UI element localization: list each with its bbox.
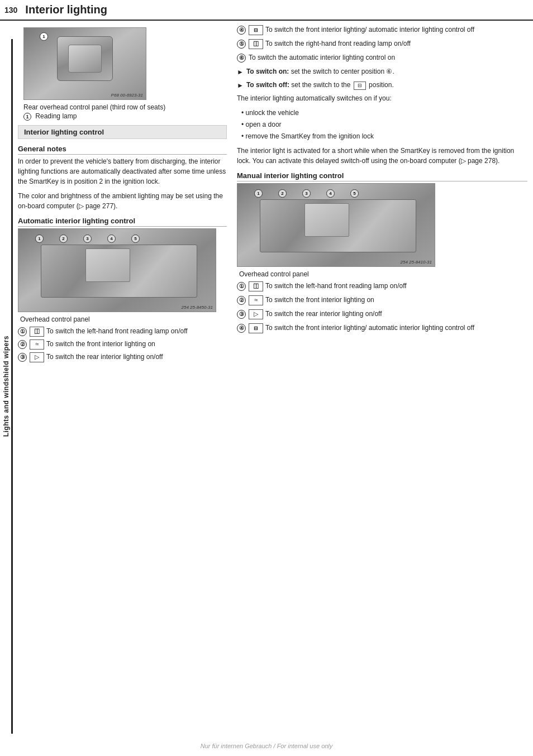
auto-list-item-1: ① ⿰ To switch the left-hand front readin… — [18, 327, 227, 337]
right-item-6: ⑥ To switch the automatic interior light… — [237, 53, 527, 63]
img-badge-3: 3 — [83, 235, 92, 243]
right-column: ④ ⊟ To switch the front interior lightin… — [232, 25, 533, 365]
manual-item-4: ④ ⊟ To switch the front interior lightin… — [237, 323, 527, 333]
bullet-list: unlock the vehicle open a door remove th… — [241, 108, 527, 141]
auto-list-item-3: ③ ▷ To switch the rear interior lighting… — [18, 352, 227, 362]
top-image-caption: Rear overhead control panel (third row o… — [23, 103, 227, 121]
right-num-4: ④ — [237, 26, 246, 35]
sidebar-label-text: Lights and windshield wipers — [2, 336, 10, 437]
list-num-3: ③ — [18, 353, 27, 362]
manual-badge-5: 5 — [350, 189, 359, 198]
bullet-3: remove the SmartKey from the ignition lo… — [241, 131, 527, 141]
page-number: 130 — [4, 6, 17, 15]
arrow-sym-on: ► — [237, 67, 244, 77]
auto-image-caption: Overhead control panel — [20, 315, 227, 323]
left-column: 1 Rear overhead control panel (third row… — [15, 25, 232, 365]
manual-interior-icon-2: ≈ — [249, 295, 263, 305]
right-item-4: ④ ⊟ To switch the front interior lightin… — [237, 25, 527, 35]
bullet-1: unlock the vehicle — [241, 108, 527, 118]
watermark: Nur für internen Gebrauch / For internal… — [0, 743, 533, 749]
right-item-5: ⑤ ⿰ To switch the right-hand front readi… — [237, 39, 527, 49]
general-notes-para1: In order to prevent the vehicle's batter… — [18, 156, 227, 186]
auto-on-para: The interior lighting automatically swit… — [237, 93, 527, 103]
manual-item-1: ① ⿰ To switch the left-hand front readin… — [237, 281, 527, 291]
section-title-box: Interior lighting control — [18, 125, 227, 139]
image-num-1: 1 — [40, 32, 48, 41]
list-num-1: ① — [18, 327, 27, 336]
auto-overhead-image: 1 2 3 4 5 6 — [18, 228, 216, 312]
manual-badge-4: 4 — [326, 189, 335, 198]
off-icon-inline: ⊟ — [354, 82, 366, 90]
smartkey-para: The interior light is activated for a sh… — [237, 146, 527, 166]
general-notes-heading: General notes — [18, 145, 227, 155]
img-badge-5: 5 — [131, 235, 140, 243]
caption-text: Rear overhead control panel (third row o… — [23, 103, 227, 111]
manual-heading: Manual interior lighting control — [237, 171, 527, 181]
manual-badge-1: 1 — [254, 189, 263, 198]
manual-badge-2: 2 — [278, 189, 287, 198]
arrow-on: ► To switch on: set the switch to center… — [237, 66, 527, 77]
reading-icon-5: ⿰ — [249, 39, 263, 49]
manual-rear-icon-3: ▷ — [249, 309, 263, 319]
manual-front-off-icon-4: ⊟ — [249, 323, 263, 333]
right-num-6: ⑥ — [237, 54, 246, 63]
img-badge-1: 1 — [35, 235, 44, 243]
manual-caption: Overhead control panel — [239, 270, 527, 278]
manual-num-3: ③ — [237, 310, 246, 319]
right-num-5: ⑤ — [237, 40, 246, 49]
manual-overhead-image: 1 2 3 4 5 6 — [237, 183, 435, 267]
arrow-off: ► To switch off: set the switch to the ⊟… — [237, 80, 527, 90]
rear-overhead-image: 1 — [23, 27, 146, 100]
sidebar-label: Lights and windshield wipers — [0, 39, 12, 734]
manual-item-3: ③ ▷ To switch the rear interior lighting… — [237, 309, 527, 319]
item-num-1: 1 — [23, 113, 31, 121]
reading-icon-1: ⿰ — [30, 327, 44, 337]
page-title: Interior lighting — [25, 3, 107, 16]
manual-num-1: ① — [237, 282, 246, 291]
manual-badge-3: 3 — [302, 189, 311, 198]
manual-num-4: ④ — [237, 324, 246, 333]
img-badge-2: 2 — [59, 235, 68, 243]
rear-icon-3: ▷ — [30, 352, 44, 362]
main-content: 1 Rear overhead control panel (third row… — [15, 21, 533, 370]
manual-reading-icon-1: ⿰ — [249, 281, 263, 291]
auto-section-heading: Automatic interior lighting control — [18, 217, 227, 227]
list-num-2: ② — [18, 340, 27, 349]
general-notes-para2: The color and brightness of the ambient … — [18, 191, 227, 211]
page-header: 130 Interior lighting — [0, 0, 533, 21]
bullet-2: open a door — [241, 119, 527, 130]
img-badge-4: 4 — [107, 235, 116, 243]
arrow-sym-off: ► — [237, 80, 244, 90]
caption-item1: 1 Reading lamp — [23, 112, 227, 121]
auto-list-item-2: ② ≈ To switch the front interior lightin… — [18, 339, 227, 350]
front-off-icon-4: ⊟ — [249, 25, 263, 35]
manual-item-2: ② ≈ To switch the front interior lightin… — [237, 295, 527, 305]
manual-caption-text: Overhead control panel — [239, 270, 527, 278]
auto-caption-text: Overhead control panel — [20, 315, 227, 323]
manual-num-2: ② — [237, 296, 246, 305]
interior-icon-2: ≈ — [30, 339, 44, 350]
